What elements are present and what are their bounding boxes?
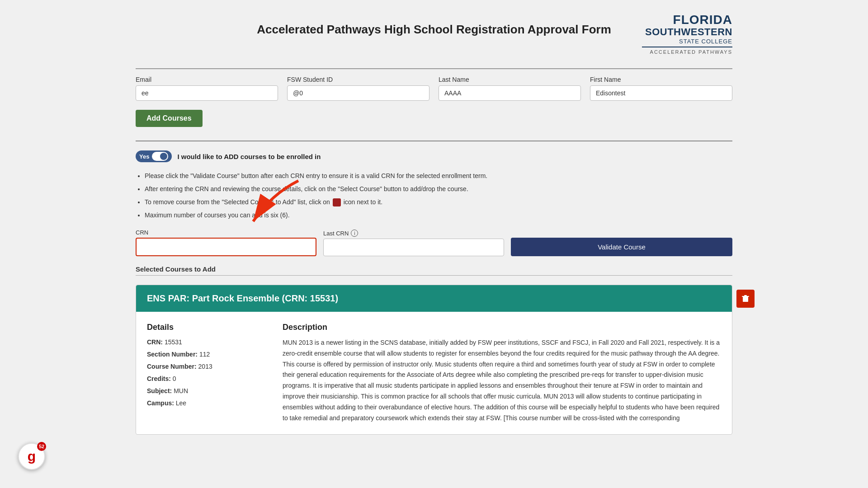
svg-rect-2 xyxy=(744,295,747,296)
email-group: Email xyxy=(136,76,278,101)
form-row: Email FSW Student ID Last Name First Nam… xyxy=(136,76,732,101)
toggle-switch[interactable] xyxy=(152,152,168,161)
toggle-text: I would like to ADD courses to be enroll… xyxy=(177,153,321,160)
first-name-group: First Name xyxy=(590,76,732,101)
last-name-label: Last Name xyxy=(439,76,581,83)
crn-section: CRN Last CRN i Validate Course xyxy=(136,229,732,256)
page-header: Accelerated Pathways High School Registr… xyxy=(136,14,732,55)
instruction-item: Maximum number of courses you can add is… xyxy=(145,211,732,220)
instruction-item: To remove course from the "Selected Cour… xyxy=(145,197,732,207)
last-name-input[interactable] xyxy=(439,85,581,101)
notification-badge: 52 xyxy=(37,442,46,451)
crn-input[interactable] xyxy=(136,238,316,256)
campus-detail: Campus: Lee xyxy=(147,399,264,408)
first-name-input[interactable] xyxy=(590,85,732,101)
selected-divider xyxy=(136,275,732,276)
toggle-row: Yes I would like to ADD courses to be en… xyxy=(136,150,732,162)
credits-detail: Credits: 0 xyxy=(147,374,264,384)
logo-southwestern: SOUTHWESTERN xyxy=(642,26,732,38)
email-input[interactable] xyxy=(136,85,278,101)
course-title: ENS PAR: Part Rock Ensemble (CRN: 15531) xyxy=(147,293,338,303)
logo-area: FLORIDA SOUTHWESTERN STATE COLLEGE ACCEL… xyxy=(642,14,732,55)
fsw-id-input[interactable] xyxy=(287,85,429,101)
course-delete-button[interactable] xyxy=(736,290,755,308)
delete-icon-inline xyxy=(333,198,341,206)
instructions-list: Please click the "Validate Course" butto… xyxy=(145,171,732,220)
last-name-group: Last Name xyxy=(439,76,581,101)
validate-course-button[interactable]: Validate Course xyxy=(511,238,732,256)
crn-field-group: CRN xyxy=(136,229,316,256)
email-label: Email xyxy=(136,76,278,83)
course-number-detail: Course Number: 2013 xyxy=(147,362,264,371)
trash-icon xyxy=(741,295,750,303)
add-courses-button[interactable]: Add Courses xyxy=(136,110,203,127)
section-number-detail: Section Number: 112 xyxy=(147,350,264,359)
logo-state-college: STATE COLLEGE xyxy=(642,38,732,45)
page-wrapper: Accelerated Pathways High School Registr… xyxy=(0,0,868,488)
logo-florida: FLORIDA xyxy=(642,14,732,26)
toggle-yes-label: Yes xyxy=(139,153,149,160)
info-icon: i xyxy=(351,230,358,237)
google-notification[interactable]: g 52 xyxy=(18,443,45,470)
header-divider xyxy=(136,68,732,69)
last-crn-group: Last CRN i xyxy=(323,230,504,256)
crn-detail: CRN: 15531 xyxy=(147,338,264,347)
details-heading: Details xyxy=(147,323,264,332)
description-heading: Description xyxy=(283,323,721,332)
instruction-item: After entering the CRN and reviewing the… xyxy=(145,184,732,194)
first-name-label: First Name xyxy=(590,76,732,83)
fsw-id-group: FSW Student ID xyxy=(287,76,429,101)
logo-divider xyxy=(642,47,732,47)
description-text: MUN 2013 is a newer listing in the SCNS … xyxy=(283,338,721,423)
svg-rect-0 xyxy=(743,297,748,302)
last-crn-label: Last CRN i xyxy=(323,230,504,237)
google-letter: g xyxy=(28,449,36,464)
logo-ap: ACCELERATED PATHWAYS xyxy=(642,49,732,55)
svg-rect-1 xyxy=(742,296,749,297)
course-description: Description MUN 2013 is a newer listing … xyxy=(283,323,721,423)
selected-courses-label: Selected Courses to Add xyxy=(136,265,732,273)
fsw-id-label: FSW Student ID xyxy=(287,76,429,83)
course-header: ENS PAR: Part Rock Ensemble (CRN: 15531) xyxy=(136,285,732,312)
instruction-item: Please click the "Validate Course" butto… xyxy=(145,171,732,181)
last-crn-input[interactable] xyxy=(323,239,504,256)
toggle-container[interactable]: Yes xyxy=(136,150,172,162)
crn-label: CRN xyxy=(136,229,316,236)
course-details: Details CRN: 15531 Section Number: 112 C… xyxy=(147,323,264,423)
course-card: ENS PAR: Part Rock Ensemble (CRN: 15531)… xyxy=(136,285,732,435)
crn-input-row: CRN Last CRN i Validate Course xyxy=(136,229,732,256)
course-body: Details CRN: 15531 Section Number: 112 C… xyxy=(136,312,732,434)
subject-detail: Subject: MUN xyxy=(147,386,264,396)
section-divider xyxy=(136,141,732,141)
page-title: Accelerated Pathways High School Registr… xyxy=(226,14,642,37)
